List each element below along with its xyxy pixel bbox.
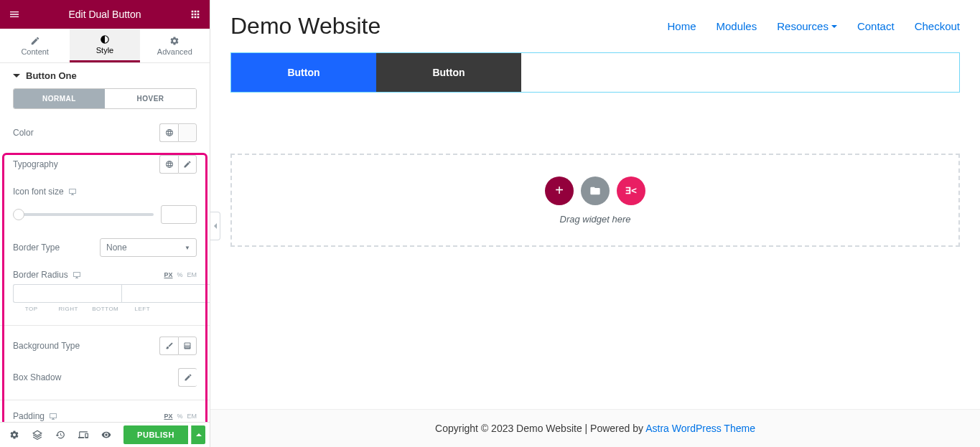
control-typography: Typography (13, 155, 197, 174)
publish-options[interactable] (191, 425, 205, 444)
unit-px[interactable]: PX (164, 413, 172, 420)
preview-area: Demo Website Home Modules Resources Cont… (210, 0, 980, 447)
typography-edit-icon[interactable] (178, 155, 197, 174)
history-icon[interactable] (50, 425, 70, 445)
desktop-icon[interactable] (68, 188, 77, 195)
dual-button-widget[interactable]: Button Button (230, 52, 960, 93)
slider-value-input[interactable] (161, 205, 197, 224)
apps-icon[interactable] (188, 7, 202, 22)
border-type-select[interactable]: None ▼ (100, 238, 197, 257)
desktop-icon[interactable] (49, 413, 57, 420)
bg-gradient-icon[interactable] (178, 337, 197, 355)
footer-theme-link[interactable]: Astra WordPress Theme (645, 423, 755, 434)
divider (0, 400, 210, 400)
nav-home[interactable]: Home (668, 20, 696, 32)
control-border-type: Border Type None ▼ (13, 238, 197, 257)
unit-px[interactable]: PX (164, 271, 172, 278)
typography-global-icon[interactable] (159, 155, 178, 174)
elementskit-button[interactable]: Ǝ< (617, 177, 645, 205)
border-radius-header: Border Radius PX % EM (13, 270, 197, 280)
divider (0, 325, 210, 326)
caret-down-icon (13, 74, 20, 77)
icon-font-size-label-row: Icon font size (13, 187, 197, 197)
color-label: Color (13, 128, 34, 138)
section-button-one[interactable]: Button One (0, 63, 210, 88)
typography-label: Typography (13, 159, 58, 169)
br-top[interactable] (13, 284, 121, 303)
br-labels: TOP RIGHT BOTTOM LEFT (13, 306, 197, 312)
unit-pct[interactable]: % (177, 413, 182, 420)
site-title: Demo Website (230, 13, 381, 39)
panel-tabs: Content Style Advanced (0, 29, 210, 63)
color-global-icon[interactable] (159, 123, 178, 142)
bg-classic-icon[interactable] (159, 337, 178, 355)
subtab-hover[interactable]: HOVER (105, 89, 196, 108)
nav-modules[interactable]: Modules (717, 20, 757, 32)
chevron-down-icon (831, 25, 837, 28)
panel-footer: PUBLISH (0, 422, 210, 447)
tab-content[interactable]: Content (0, 29, 70, 62)
navigator-icon[interactable] (27, 425, 47, 445)
slider-track[interactable] (13, 213, 154, 216)
bg-type-label: Background Type (13, 341, 80, 351)
border-radius-label: Border Radius (13, 270, 68, 280)
tab-advanced[interactable]: Advanced (140, 29, 210, 62)
control-box-shadow: Box Shadow (13, 368, 197, 387)
site-nav: Home Modules Resources Contact Checkout (668, 20, 961, 32)
responsive-icon[interactable] (73, 425, 93, 445)
subtab-normal[interactable]: NORMAL (14, 89, 105, 108)
padding-header: Padding PX % EM (13, 411, 197, 421)
tab-style[interactable]: Style (70, 29, 139, 62)
unit-pct[interactable]: % (177, 271, 182, 278)
desktop-icon[interactable] (73, 271, 81, 278)
template-library-button[interactable] (581, 177, 610, 205)
nav-resources[interactable]: Resources (777, 20, 837, 32)
panel-title: Edit Dual Button (22, 9, 188, 20)
icon-font-size-label: Icon font size (13, 187, 64, 197)
panel-header: Edit Dual Button (0, 0, 210, 29)
site-header: Demo Website Home Modules Resources Cont… (210, 0, 980, 52)
box-shadow-label: Box Shadow (13, 372, 61, 382)
control-background-type: Background Type (13, 337, 197, 355)
drop-text: Drag widget here (560, 214, 631, 225)
border-type-label: Border Type (13, 243, 60, 253)
button-two[interactable]: Button (376, 53, 521, 92)
panel-body: Button One NORMAL HOVER Color Typography (0, 63, 210, 422)
nav-checkout[interactable]: Checkout (915, 20, 960, 32)
nav-contact[interactable]: Contact (857, 20, 895, 32)
padding-label: Padding (13, 411, 45, 421)
control-color: Color (13, 123, 197, 142)
box-shadow-edit-icon[interactable] (178, 368, 197, 387)
drop-section[interactable]: + Ǝ< Drag widget here (230, 154, 960, 247)
add-section-button[interactable]: + (545, 177, 574, 205)
unit-em[interactable]: EM (187, 413, 197, 420)
button-one[interactable]: Button (231, 53, 376, 92)
site-footer: Copyright © 2023 Demo Website | Powered … (210, 409, 980, 447)
preview-icon[interactable] (96, 425, 116, 445)
chevron-down-icon: ▼ (185, 245, 190, 251)
border-radius-inputs (13, 284, 197, 303)
br-right[interactable] (121, 284, 210, 303)
settings-icon[interactable] (4, 425, 24, 445)
publish-button[interactable]: PUBLISH (123, 425, 188, 444)
slider-thumb[interactable] (13, 209, 24, 220)
color-picker[interactable] (178, 123, 197, 142)
panel-collapse-handle[interactable] (210, 212, 220, 240)
menu-icon[interactable] (7, 7, 22, 22)
unit-em[interactable]: EM (187, 271, 197, 278)
controls-area: NORMAL HOVER Color Typography Icon font … (0, 88, 210, 422)
editor-panel: Edit Dual Button Content Style Advanced … (0, 0, 210, 447)
drop-buttons: + Ǝ< (545, 177, 645, 205)
icon-font-size-slider (13, 205, 197, 224)
state-tabs: NORMAL HOVER (13, 88, 197, 109)
